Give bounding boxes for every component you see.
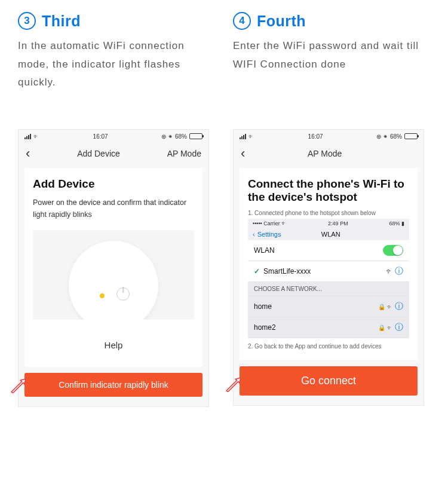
card-heading: Add Device [33, 177, 194, 191]
toggle-on-icon[interactable] [383, 245, 403, 256]
go-connect-button[interactable]: Go connect [240, 366, 418, 396]
step-title: Fourth [257, 13, 306, 30]
settings-back-label[interactable]: Settings [257, 231, 281, 238]
choose-network-header: CHOOSE A NETWORK... [248, 282, 409, 296]
battery-pct: 68% [390, 133, 402, 140]
nav-mode-link[interactable]: AP Mode [167, 149, 201, 158]
settings-battery: 68% [389, 220, 400, 226]
pointer-arrow-icon [10, 378, 26, 396]
signal-icon [240, 134, 246, 139]
step-description: In the automatic WiFi connection mode, t… [18, 37, 215, 115]
nav-bar: ‹ Add Device AP Mode [19, 143, 208, 164]
step-number-circle: 3 [18, 12, 36, 30]
network-name: home2 [254, 323, 276, 332]
battery-pct: 68% [175, 133, 187, 140]
wlan-label: WLAN [254, 246, 275, 255]
confirm-blink-button[interactable]: Confirm indicator rapidly blink [24, 373, 202, 397]
pointer-arrow-icon [225, 376, 241, 394]
connected-network-row[interactable]: ✓SmartLife-xxxx ᯤ ⓘ [248, 261, 409, 282]
instruction-step1: 1. Connected phone to the hotspot shown … [248, 210, 409, 216]
back-icon[interactable]: ‹ [26, 146, 30, 161]
indicator-light-icon [100, 293, 105, 298]
network-name: home [254, 302, 272, 311]
status-time: 16:07 [308, 133, 323, 140]
step-title: Third [42, 13, 81, 30]
nav-title: Add Device [77, 149, 120, 158]
status-bar: ᯤ 16:07 ⊕ ⁕ 68% [19, 130, 208, 143]
status-time: 16:07 [93, 133, 108, 140]
step-third-column: 3 Third In the automatic WiFi connection… [18, 12, 215, 472]
phone-mock-third: ᯤ 16:07 ⊕ ⁕ 68% ‹ Add Device AP Mode Add… [18, 129, 209, 407]
add-device-card: Add Device Power on the device and confi… [24, 168, 202, 367]
settings-screenshot: ••••• Carrier ᯤ 2:49 PM 68% ▮ ‹ Settings… [248, 219, 409, 338]
step-fourth-column: 4 Fourth Enter the WiFi password and wai… [233, 12, 430, 472]
network-row-home2[interactable]: home2 🔒 ᯤ ⓘ [248, 317, 409, 338]
info-icon[interactable]: ⓘ [395, 266, 403, 275]
phone-mock-fourth: ᯤ 16:07 ⊕ ⁕ 68% ‹ AP Mode Connect the ph… [233, 129, 424, 406]
network-row-home[interactable]: home 🔒 ᯤ ⓘ [248, 296, 409, 317]
status-bar: ᯤ 16:07 ⊕ ⁕ 68% [234, 130, 424, 143]
battery-icon [404, 133, 418, 139]
step-header: 3 Third [18, 12, 215, 30]
carrier-label: Carrier [263, 220, 280, 226]
lock-icon: 🔒 [378, 324, 385, 331]
step-description: Enter the WiFi password and wait till WI… [233, 37, 430, 115]
power-icon [116, 287, 130, 301]
wifi-icon: ᯤ [386, 267, 393, 275]
wifi-icon: ᯤ [248, 133, 254, 140]
instruction-step2: 2. Go back to the App and continue to ad… [248, 343, 409, 350]
chevron-left-icon[interactable]: ‹ [253, 231, 255, 238]
info-icon[interactable]: ⓘ [395, 301, 403, 311]
connected-ssid: SmartLife-xxxx [263, 267, 311, 275]
device-illustration [33, 230, 194, 320]
step-number-circle: 4 [233, 12, 251, 30]
settings-title: WLAN [283, 231, 378, 238]
settings-time: 2:49 PM [328, 220, 348, 226]
signal-icon [24, 134, 31, 139]
help-link[interactable]: Help [33, 340, 194, 350]
card-heading: Connect the phone's Wi-Fi to the device'… [248, 177, 409, 204]
check-icon: ✓ [254, 267, 260, 275]
back-icon[interactable]: ‹ [241, 146, 245, 161]
bluetooth-icon: ⊕ ⁕ [161, 133, 173, 140]
battery-icon [189, 133, 202, 139]
info-icon[interactable]: ⓘ [395, 322, 403, 332]
nav-bar: ‹ AP Mode [234, 143, 424, 164]
bluetooth-icon: ⊕ ⁕ [376, 133, 388, 140]
lock-icon: 🔒 [378, 304, 385, 310]
wlan-toggle-row[interactable]: WLAN [248, 240, 409, 261]
nav-title: AP Mode [308, 149, 342, 158]
card-subtext: Power on the device and confirm that ind… [33, 197, 194, 220]
connect-hotspot-card: Connect the phone's Wi-Fi to the device'… [240, 168, 418, 360]
step-header: 4 Fourth [233, 12, 430, 30]
wifi-icon: ᯤ [33, 133, 39, 140]
